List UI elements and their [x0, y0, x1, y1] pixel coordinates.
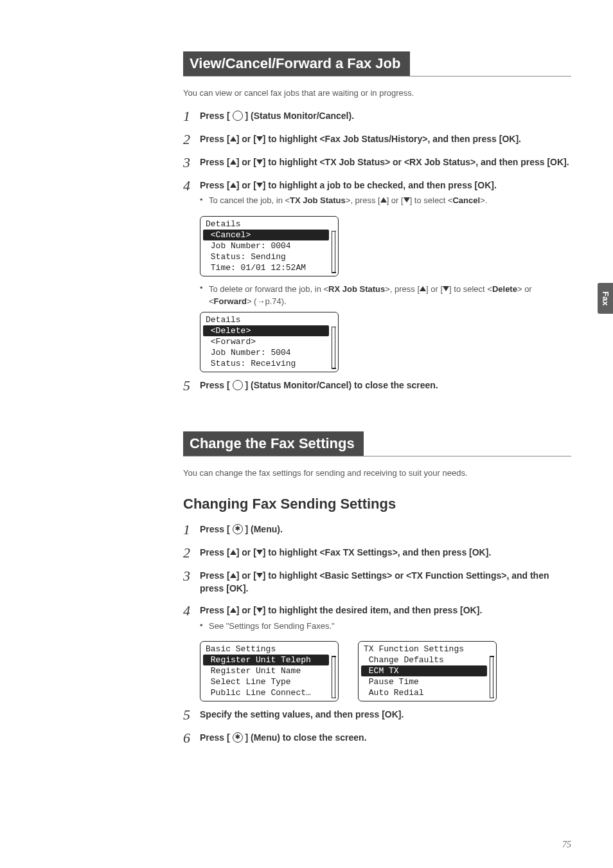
down-icon [256, 550, 263, 555]
lcd-row-selected: Register Unit Teleph [203, 655, 329, 665]
lcd-row: Public Line Connect… [203, 687, 335, 698]
bullet-text: See "Settings for Sending Faxes." [209, 620, 571, 633]
text: Press [ [200, 111, 230, 121]
text: ] to highlight <Fax Job Status/History>,… [263, 134, 521, 144]
down-icon [256, 573, 263, 578]
text: Press [ [200, 524, 230, 534]
bullet-text: To delete or forward the job, in <RX Job… [209, 283, 571, 308]
up-icon [420, 286, 426, 291]
up-icon [230, 183, 236, 188]
lcd-row-selected: <Delete> [203, 325, 329, 336]
lcd-title: Details [203, 314, 335, 325]
text: ] to highlight <Fax TX Settings>, and th… [263, 547, 491, 557]
lcd-pair: Basic Settings Register Unit Teleph Regi… [200, 641, 571, 701]
down-icon [256, 159, 263, 165]
up-icon [380, 197, 387, 203]
text: Press [ [200, 605, 230, 615]
step-number: 3 [183, 569, 200, 583]
step-number: 2 [183, 546, 200, 560]
lcd-title: Details [203, 219, 335, 230]
status-monitor-icon [233, 380, 243, 390]
text: Press [ [200, 180, 230, 190]
step-number: 5 [183, 379, 200, 393]
text: ] (Menu). [245, 524, 282, 534]
lcd-row: Job Number: 5004 [203, 347, 335, 358]
divider [183, 456, 571, 457]
section2-intro: You can change the fax settings for send… [183, 468, 571, 478]
side-tab-fax: Fax [598, 283, 613, 314]
lcd-row-selected: <Cancel> [203, 230, 329, 240]
text: Press [ [200, 134, 230, 144]
lcd-row: Select Line Type [203, 676, 335, 687]
text: Specify the setting values, and then pre… [200, 709, 404, 719]
lcd-row: Register Unit Name [203, 665, 335, 676]
text: ] or [ [236, 180, 256, 190]
sec2-step-4: 4 Press [] or [] to highlight the desire… [183, 604, 571, 632]
text: ] or [ [236, 570, 256, 581]
text: ] or [ [236, 547, 256, 557]
text: ] to highlight a job to be checked, and … [263, 180, 497, 190]
step-number: 4 [183, 604, 200, 618]
step-number: 6 [183, 731, 200, 745]
up-icon [230, 573, 236, 578]
step-3: 3 Press [] or [] to highlight <TX Job St… [183, 156, 571, 170]
lcd-row: Time: 01/01 12:52AM [203, 262, 335, 273]
lcd-scrollbar [332, 656, 335, 698]
lcd-title: Basic Settings [203, 644, 335, 655]
step-5: 5 Press [ ] (Status Monitor/Cancel) to c… [183, 379, 571, 393]
sec2-step-2: 2 Press [] or [] to highlight <Fax TX Se… [183, 546, 571, 560]
text: ] or [ [236, 605, 256, 615]
page-number: 75 [562, 840, 571, 850]
text: Press [ [200, 570, 230, 581]
down-icon [256, 136, 263, 141]
up-icon [230, 159, 236, 165]
lcd-scrollbar [332, 231, 335, 273]
sec2-step-3: 3 Press [] or [] to highlight <Basic Set… [183, 569, 571, 595]
lcd-row: Pause Time [361, 676, 493, 687]
text: ] to highlight the desired item, and the… [263, 605, 482, 615]
lcd-row: Auto Redial [361, 687, 493, 698]
step-number: 3 [183, 156, 200, 170]
lcd-details-rx: Details <Delete> <Forward> Job Number: 5… [200, 312, 339, 372]
sec2-step-5: 5 Specify the setting values, and then p… [183, 708, 571, 722]
lcd-details-tx: Details <Cancel> Job Number: 0004 Status… [200, 216, 339, 276]
down-icon [256, 183, 263, 188]
up-icon [230, 608, 236, 613]
lcd-row-selected: ECM TX [361, 665, 487, 676]
menu-icon [233, 732, 243, 743]
menu-icon [233, 524, 243, 534]
status-monitor-icon [233, 111, 243, 121]
lcd-row: Job Number: 0004 [203, 240, 335, 251]
text: Press [ [200, 547, 230, 557]
section1-intro: You can view or cancel fax jobs that are… [183, 88, 571, 98]
step-number: 5 [183, 708, 200, 722]
down-icon [443, 286, 449, 291]
lcd-row: Status: Sending [203, 251, 335, 262]
text: Press [ [200, 157, 230, 167]
step-number: 2 [183, 132, 200, 147]
sec2-step-1: 1 Press [ ] (Menu). [183, 523, 571, 537]
bullet-text: To cancel the job, in <TX Job Status>, p… [209, 194, 571, 207]
step-number: 1 [183, 109, 200, 123]
lcd-row: <Forward> [203, 336, 335, 347]
text: ] to highlight <TX Job Status> or <RX Jo… [263, 157, 569, 167]
text: Press [ [200, 732, 230, 743]
up-icon [230, 550, 236, 555]
sec2-step-6: 6 Press [ ] (Menu) to close the screen. [183, 731, 571, 745]
step-number: 1 [183, 523, 200, 537]
up-icon [230, 136, 236, 141]
lcd-title: TX Function Settings [361, 644, 493, 655]
down-icon [404, 197, 410, 203]
section-title-viewcancel: View/Cancel/Forward a Fax Job [183, 51, 410, 76]
text: ] (Menu) to close the screen. [245, 732, 366, 743]
lcd-scrollbar [490, 656, 493, 698]
text: ] (Status Monitor/Cancel). [245, 111, 354, 121]
step-4: 4 Press [] or [] to highlight a job to b… [183, 179, 571, 207]
bullet-icon: • [200, 194, 209, 206]
text: ] or [ [236, 134, 256, 144]
lcd-basic-settings: Basic Settings Register Unit Teleph Regi… [200, 641, 339, 701]
text: ] or [ [236, 157, 256, 167]
subheading-changing-fax-sending: Changing Fax Sending Settings [183, 496, 571, 512]
lcd-scrollbar [332, 327, 335, 369]
bullet-icon: • [200, 283, 209, 293]
